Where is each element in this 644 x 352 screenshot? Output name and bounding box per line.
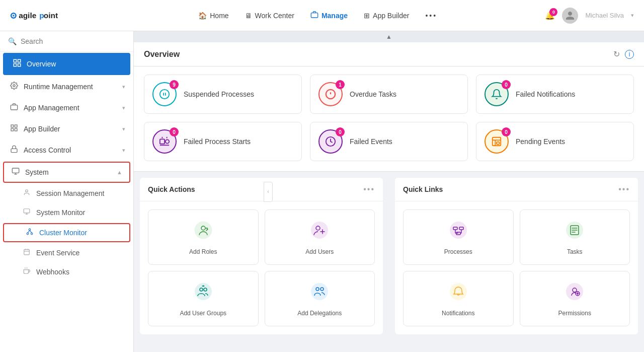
overdue-icon-wrap: 1 (318, 82, 343, 106)
appbuilder-chevron-icon: ▾ (122, 126, 125, 132)
sidebar-collapse-button[interactable]: ‹ (264, 182, 273, 202)
quick-link-processes[interactable]: Processes (403, 209, 514, 265)
stat-overdue[interactable]: 1 Overdue Tasks (310, 75, 468, 114)
suspended-label: Suspended Processes (184, 90, 254, 98)
add-roles-label: Add Roles (189, 248, 217, 255)
stats-grid: 9 Suspended Processes 1 Overdue Ta (144, 75, 634, 161)
sidebar-item-runtime-label: Runtime Management (24, 83, 117, 91)
svg-point-67 (450, 222, 467, 239)
add-delegations-icon (310, 283, 329, 305)
eventservice-icon (22, 248, 31, 257)
stats-section: 9 Suspended Processes 1 Overdue Ta (134, 66, 644, 172)
briefcase-icon (310, 11, 318, 20)
nav-more[interactable]: ••• (418, 8, 444, 24)
sidebar-item-runtime[interactable]: Runtime Management ▾ (0, 76, 133, 97)
sidebar-item-accesscontrol-label: Access Control (24, 146, 117, 154)
stat-pending-events[interactable]: 0 Pending Events (476, 122, 634, 161)
notifications-icon (449, 283, 467, 305)
svg-point-64 (311, 283, 328, 300)
system-icon (11, 167, 20, 177)
user-chevron-icon[interactable]: ▾ (631, 12, 634, 19)
svg-point-26 (27, 233, 29, 235)
sidebar-item-system[interactable]: System ▲ (3, 162, 130, 183)
add-user-groups-icon (194, 283, 212, 305)
svg-point-81 (566, 283, 583, 300)
quick-link-tasks[interactable]: Tasks (520, 209, 630, 265)
svg-rect-43 (160, 139, 165, 144)
sidebar-item-appmanage[interactable]: App Management ▾ (0, 97, 133, 118)
nav-appbuilder[interactable]: ⊞ App Builder (357, 8, 416, 24)
search-box: 🔍 (0, 31, 133, 52)
stat-failed-notif[interactable]: 0 Failed Notifications (476, 75, 634, 114)
stat-failed-starts[interactable]: 0 Failed Process Starts (144, 122, 302, 161)
tasks-icon (566, 221, 584, 243)
nav-home[interactable]: 🏠 Home (191, 8, 235, 24)
runtime-chevron-icon: ▾ (122, 84, 125, 90)
sidebar-item-sysmonitor-label: System Monitor (36, 208, 85, 217)
svg-rect-10 (14, 64, 16, 66)
sidebar-item-accesscontrol[interactable]: Access Control ▾ (0, 139, 133, 161)
stat-failed-events[interactable]: 0 Failed Events (310, 122, 468, 161)
svg-point-80 (450, 283, 467, 300)
svg-rect-12 (11, 105, 17, 110)
svg-rect-15 (15, 128, 17, 131)
sidebar-item-eventservice[interactable]: Event Service (0, 243, 133, 262)
search-input[interactable] (21, 37, 125, 45)
svg-rect-18 (12, 168, 19, 173)
pending-events-badge: 0 (502, 127, 511, 136)
sidebar: 🔍 Overview Runtime Management ▾ (0, 31, 134, 352)
failed-starts-label: Failed Process Starts (184, 137, 251, 146)
quick-link-notifications[interactable]: Notifications (403, 271, 514, 326)
nav-workcenter[interactable]: 🖥 Work Center (238, 8, 301, 24)
sidebar-item-appbuilder[interactable]: App Builder ▾ (0, 118, 133, 139)
quick-action-add-users[interactable]: Add Users (265, 209, 375, 265)
sidebar-item-sysmonitor[interactable]: System Monitor (0, 203, 133, 222)
sidebar-item-clustermonitor[interactable]: Cluster Monitor (3, 223, 130, 242)
sidebar-item-webhooks[interactable]: Webhooks (0, 262, 133, 281)
failed-notif-label: Failed Notifications (516, 90, 575, 98)
svg-point-21 (26, 190, 28, 192)
nav-manage[interactable]: Manage (303, 7, 355, 24)
svg-rect-6 (311, 13, 317, 18)
sidebar-item-clustermonitor-label: Cluster Monitor (39, 229, 87, 237)
quick-links-section: Quick Links ••• (395, 178, 638, 334)
permissions-icon (566, 283, 584, 305)
svg-rect-16 (11, 128, 14, 131)
user-name[interactable]: Michael Silva (585, 12, 624, 19)
add-delegations-label: Add Delegations (297, 310, 342, 317)
quick-actions-dots[interactable]: ••• (363, 185, 375, 194)
quick-link-permissions[interactable]: Permissions (520, 271, 630, 326)
refresh-icon[interactable]: ↻ (613, 49, 620, 59)
quick-actions-header: Quick Actions ••• (140, 178, 383, 201)
svg-line-28 (28, 231, 30, 233)
suspended-badge: 9 (170, 80, 179, 89)
quick-action-add-roles[interactable]: Add Roles (148, 209, 259, 265)
appmanage-chevron-icon: ▾ (122, 105, 125, 111)
quick-action-add-user-groups[interactable]: Add User Groups (148, 271, 259, 326)
collapse-panel-bar[interactable]: ▲ (134, 31, 644, 42)
nav-home-label: Home (210, 12, 228, 20)
pending-events-icon-wrap: 0 (485, 129, 509, 154)
info-icon[interactable]: i (625, 50, 634, 59)
stat-suspended[interactable]: 9 Suspended Processes (144, 75, 302, 114)
sidebar-item-session[interactable]: Session Management (0, 184, 133, 203)
sidebar-item-overview[interactable]: Overview (3, 53, 130, 75)
svg-point-37 (160, 90, 169, 99)
appmanage-icon (10, 103, 19, 113)
search-icon: 🔍 (8, 37, 17, 45)
accesscontrol-chevron-icon: ▾ (122, 147, 125, 154)
svg-line-29 (30, 231, 32, 233)
top-navigation: agile p oint 🏠 Home 🖥 Work Center Manage… (0, 0, 644, 31)
svg-text:oint: oint (44, 11, 58, 20)
add-users-icon (310, 221, 329, 243)
notifications-label: Notifications (442, 310, 474, 317)
notifications-bell[interactable]: 🔔 0 (545, 11, 555, 20)
sidebar-item-webhooks-label: Webhooks (36, 268, 69, 276)
quick-actions-title: Quick Actions (148, 185, 195, 193)
appbuilder-icon: ⊞ (364, 12, 370, 20)
quick-links-dots[interactable]: ••• (618, 185, 630, 194)
webhooks-icon (22, 267, 31, 276)
quick-action-add-delegations[interactable]: Add Delegations (265, 271, 375, 326)
failed-notif-icon-wrap: 0 (485, 82, 509, 106)
pending-events-label: Pending Events (516, 137, 565, 146)
